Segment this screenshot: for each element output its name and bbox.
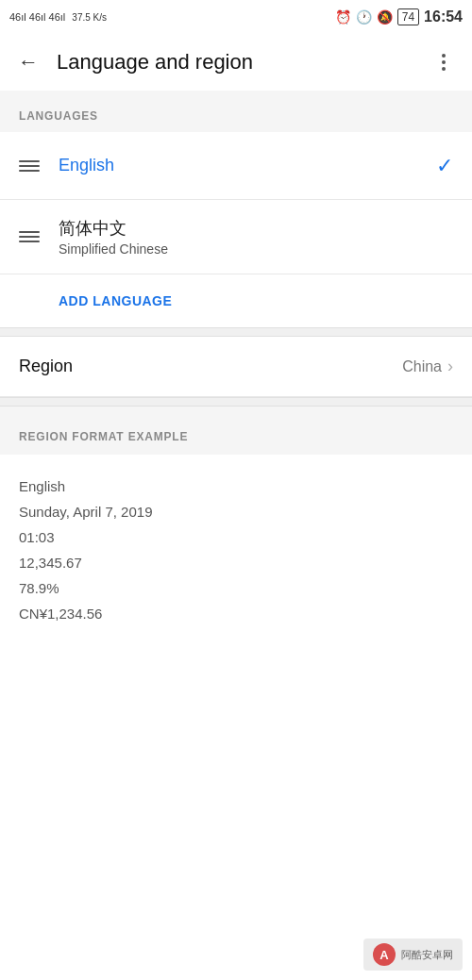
more-options-button[interactable] bbox=[425, 43, 463, 81]
signal-text: 46ıl 46ıl 46ıl bbox=[9, 11, 65, 23]
clock-icon: 🕐 bbox=[356, 9, 372, 25]
status-right: ⏰ 🕐 🔕 74 16:54 bbox=[335, 8, 463, 25]
bell-icon: 🔕 bbox=[377, 9, 393, 25]
add-language-button[interactable]: ADD LANGUAGE bbox=[0, 274, 472, 327]
language-name-chinese-secondary: Simplified Chinese bbox=[59, 241, 453, 257]
section-divider bbox=[0, 327, 472, 337]
drag-handle-chinese[interactable] bbox=[19, 231, 40, 242]
handle-line-2 bbox=[19, 236, 40, 238]
chevron-right-icon: › bbox=[447, 357, 453, 376]
more-dot-1 bbox=[442, 54, 446, 58]
network-speed: 37.5 K/s bbox=[72, 12, 107, 23]
format-currency: CN¥1,234.56 bbox=[19, 601, 453, 626]
handle-line-3 bbox=[19, 170, 40, 172]
language-info-english: English bbox=[59, 156, 436, 175]
region-row[interactable]: Region China › bbox=[0, 337, 472, 397]
drag-handle-english[interactable] bbox=[19, 160, 40, 172]
language-item-chinese[interactable]: 简体中文 Simplified Chinese bbox=[0, 200, 472, 274]
languages-section: LANGUAGES bbox=[0, 91, 472, 132]
format-date: Sunday, April 7, 2019 bbox=[19, 499, 453, 524]
handle-line-3 bbox=[19, 241, 40, 242]
region-format-content: English Sunday, April 7, 2019 01:03 12,3… bbox=[0, 455, 472, 655]
watermark-icon: A bbox=[373, 943, 396, 966]
more-dot-2 bbox=[442, 60, 446, 64]
region-label: Region bbox=[19, 357, 402, 376]
watermark-text: 阿酷安卓网 bbox=[401, 948, 453, 962]
handle-line-2 bbox=[19, 165, 40, 167]
watermark: A 阿酷安卓网 bbox=[363, 938, 463, 971]
status-bar: 46ıl 46ıl 46ıl 37.5 K/s ⏰ 🕐 🔕 74 16:54 bbox=[0, 0, 472, 34]
add-language-label: ADD LANGUAGE bbox=[59, 293, 172, 308]
languages-section-header: LANGUAGES bbox=[0, 91, 472, 132]
format-time: 01:03 bbox=[19, 524, 453, 550]
format-locale: English bbox=[19, 473, 453, 499]
handle-line-1 bbox=[19, 160, 40, 162]
app-bar: ← Language and region bbox=[0, 34, 472, 91]
region-format-header: REGION FORMAT EXAMPLE bbox=[0, 411, 472, 455]
handle-line-1 bbox=[19, 231, 40, 233]
language-name-chinese-primary: 简体中文 bbox=[59, 217, 453, 240]
region-value: China bbox=[402, 358, 442, 375]
time-display: 16:54 bbox=[424, 8, 463, 25]
language-list: English ✓ 简体中文 Simplified Chinese ADD LA… bbox=[0, 132, 472, 327]
language-item-english[interactable]: English ✓ bbox=[0, 132, 472, 200]
back-icon: ← bbox=[18, 50, 39, 75]
language-name-english: English bbox=[59, 156, 436, 175]
battery-icon: 74 bbox=[397, 8, 419, 25]
section-divider-2 bbox=[0, 397, 472, 407]
region-format-section: REGION FORMAT EXAMPLE bbox=[0, 407, 472, 455]
back-button[interactable]: ← bbox=[9, 43, 47, 81]
page-title: Language and region bbox=[47, 50, 425, 75]
status-left: 46ıl 46ıl 46ıl 37.5 K/s bbox=[9, 11, 107, 23]
format-percent: 78.9% bbox=[19, 575, 453, 601]
selected-checkmark-icon: ✓ bbox=[436, 154, 453, 178]
language-info-chinese: 简体中文 Simplified Chinese bbox=[59, 217, 453, 257]
format-number: 12,345.67 bbox=[19, 550, 453, 575]
alarm-icon: ⏰ bbox=[335, 9, 351, 25]
more-dot-3 bbox=[442, 67, 446, 71]
